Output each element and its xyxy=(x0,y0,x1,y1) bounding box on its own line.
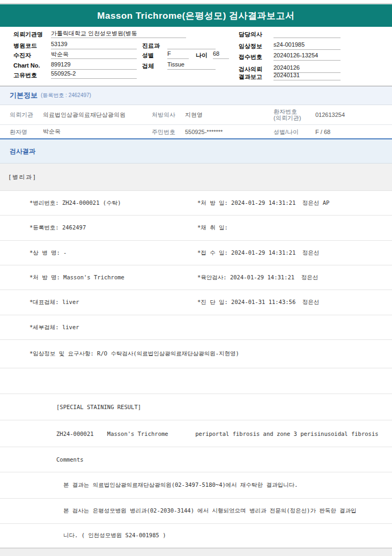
result-cell-pathology-no: *병리번호: ZH24-000021 (수탁) xyxy=(29,199,121,207)
comment-line-3: 니다. ( 인천성모병원 S24-001985 ) xyxy=(63,532,166,539)
result-cell-registration-no: *등록번호: 2462497 xyxy=(29,224,86,232)
top-strip xyxy=(0,0,392,4)
result-cell-diagnosis-name: *상 병 명: - xyxy=(29,249,66,257)
basic-info-header: 기본정보 (등록번호 : 2462497) xyxy=(0,86,392,105)
field-label-hospital-code: 병원코드 xyxy=(13,42,37,50)
table-row: 환자명 박순옥 주민번호 550925-******* 성별/나이 F / 68 xyxy=(0,125,392,138)
result-row: 본 검사는 은평성모병원 병리과(02-2030-3144) 에서 시행되었으며… xyxy=(0,499,392,524)
cell-label-patient-no: 환자번호(의뢰기관) xyxy=(273,108,315,121)
result-row: [SPECIAL STAINING RESULT] xyxy=(0,394,392,420)
result-rows: *병리번호: ZH24-000021 (수탁) *처 방 일: 2024-01-… xyxy=(0,191,392,548)
field-label-sex: 성별 xyxy=(142,51,154,60)
field-label-chart-no: Chart No. xyxy=(13,62,40,69)
cell-label-sex-age: 성별/나이 xyxy=(273,129,315,135)
field-label-age: 나이 xyxy=(196,51,208,60)
cell-value-referrer: 의료법인삼광의료재단삼광의원 xyxy=(43,111,152,119)
field-value-patient: 박순옥 xyxy=(51,50,137,59)
field-label-receipt-no: 접수번호 xyxy=(239,53,262,61)
field-value-referring-org: 가톨릭대학교 인천성모병원(병동 xyxy=(51,29,186,38)
table-row: 의뢰기관 의료법인삼광의료재단삼광의원 처방의사 지현영 환자번호(의뢰기관) … xyxy=(0,105,392,125)
result-cell-gross-exam-date: *육안검사: 2024-01-29 14:31:21 정은선 xyxy=(197,274,318,281)
result-cell-collection-date: *채 취 일: xyxy=(197,224,228,232)
cell-label-patient-no-line1: 환자번호 xyxy=(273,108,297,115)
result-row: 본 결과는 의료법인삼광의료재단삼광의원(02-3497-5180~4)에서 재… xyxy=(0,472,392,499)
field-label-specimen: 검체 xyxy=(142,62,154,70)
field-value-receipt-no: 20240126-13254 xyxy=(273,52,341,61)
result-row: *병리번호: ZH24-000021 (수탁) *처 방 일: 2024-01-… xyxy=(0,191,392,216)
comment-line-1: 본 결과는 의료법인삼광의료재단삼광의원(02-3497-5180~4)에서 재… xyxy=(63,481,298,489)
field-value-sex: F xyxy=(167,50,189,59)
field-label-test-request-date: 검사의뢰 xyxy=(239,65,262,73)
result-row: *상 병 명: - *접 수 일: 2024-01-29 14:31:21 정은… xyxy=(0,241,392,265)
pathology-dept-label: [병리과] xyxy=(8,173,37,181)
field-value-doctor-in-charge xyxy=(273,29,341,38)
result-cell-sub-specimen: *세부검체: liver xyxy=(29,324,79,331)
pathology-dept-band: [병리과] xyxy=(0,164,392,191)
result-cell-main-specimen: *대표검체: liver xyxy=(29,299,79,306)
result-row: *대표검체: liver *진 단 일: 2024-01-31 11:43:56… xyxy=(0,290,392,315)
cell-value-patient-name: 박순옥 xyxy=(43,128,152,136)
result-cell-order-name: *처 방 명: Masson's Trichrome xyxy=(29,274,124,281)
cell-value-prescribing-doctor: 지현영 xyxy=(185,111,273,119)
registration-number: (등록번호 : 2462497) xyxy=(41,92,91,99)
result-cell-receipt-date: *접 수 일: 2024-01-29 14:31:21 정은선 xyxy=(197,249,319,257)
comments-heading: Comments xyxy=(56,456,84,463)
result-cell-diagnosis-date: *진 단 일: 2024-01-31 11:43:56 정은선 xyxy=(197,299,319,306)
cell-label-patient-no-line2: (의뢰기관) xyxy=(273,115,301,121)
special-staining-result-heading: [SPECIAL STAINING RESULT] xyxy=(56,404,141,410)
field-value-result-report-date: 20240131 xyxy=(273,72,341,80)
result-row: *임상정보 및 요구사항: R/O 수탁검사(의료법인삼광의료재단삼광의원-지현… xyxy=(0,340,392,368)
result-row-empty xyxy=(0,368,392,394)
field-label-patient: 수진자 xyxy=(13,51,31,60)
field-value-hospital-code: 53139 xyxy=(51,41,137,49)
basic-info-table: 의뢰기관 의료법인삼광의료재단삼광의원 처방의사 지현영 환자번호(의뢰기관) … xyxy=(0,105,392,138)
field-value-chart-no: 899129 xyxy=(51,61,137,70)
result-row: *세부검체: liver xyxy=(0,315,392,340)
comment-line-2: 본 검사는 은평성모병원 병리과(02-2030-3144) 에서 시행되었으며… xyxy=(63,507,357,515)
result-cell-order-date: *처 방 일: 2024-01-29 14:31:21 정은선 AP xyxy=(197,199,329,207)
field-label-referring-org: 의뢰기관명 xyxy=(13,31,43,39)
field-value-unique-no: 550925-2 xyxy=(51,70,137,79)
field-value-specimen: Tissue xyxy=(167,61,216,70)
test-result-title: 검사결과 xyxy=(10,147,35,156)
footer-strip xyxy=(0,548,392,556)
cell-label-patient-name: 환자명 xyxy=(10,129,43,135)
report-titlebar: Masson Trichrome(은평성모) 검사결과보고서 xyxy=(0,4,392,27)
field-value-department xyxy=(167,41,216,49)
cell-value-sex-age: F / 68 xyxy=(315,129,392,135)
result-row: 니다. ( 인천성모병원 S24-001985 ) xyxy=(0,524,392,548)
field-label-unique-no: 고유번호 xyxy=(13,71,37,79)
field-label-clinical-info: 임상정보 xyxy=(239,42,262,50)
report-title: Masson Trichrome(은평성모) 검사결과보고서 xyxy=(97,10,294,22)
cell-value-patient-no: 012613254 xyxy=(315,112,392,118)
cell-value-resident-no: 550925-******* xyxy=(185,129,273,135)
field-label-department: 진료과 xyxy=(142,42,160,50)
result-row: Comments xyxy=(0,447,392,472)
field-value-age: 68 xyxy=(213,50,229,59)
patient-header: 의뢰기관명 가톨릭대학교 인천성모병원(병동 병원코드 53139 수진자 박순… xyxy=(0,27,392,86)
cell-label-resident-no: 주민번호 xyxy=(152,129,185,135)
field-label-result-report-date: 결과보고 xyxy=(239,73,262,81)
result-cell-clinical-request: *임상정보 및 요구사항: R/O 수탁검사(의료법인삼광의료재단삼광의원-지현… xyxy=(29,350,239,358)
test-result-header: 검사결과 xyxy=(0,139,392,164)
result-row: ZH24-000021 Masson's Trichrome periporta… xyxy=(0,420,392,447)
field-value-clinical-info: s24-001985 xyxy=(273,41,341,50)
field-label-doctor-in-charge: 담당의사 xyxy=(239,31,262,39)
report-page: Masson Trichrome(은평성모) 검사결과보고서 의뢰기관명 가톨릭… xyxy=(0,0,392,556)
basic-info-title: 기본정보 xyxy=(10,91,38,100)
result-row: *처 방 명: Masson's Trichrome *육안검사: 2024-0… xyxy=(0,265,392,290)
cell-label-referrer: 의뢰기관 xyxy=(10,112,43,118)
result-row: *등록번호: 2462497 *채 취 일: xyxy=(0,216,392,241)
special-staining-result-line: ZH24-000021 Masson's Trichrome periporta… xyxy=(56,431,379,437)
cell-label-prescribing-doctor: 처방의사 xyxy=(152,112,185,118)
